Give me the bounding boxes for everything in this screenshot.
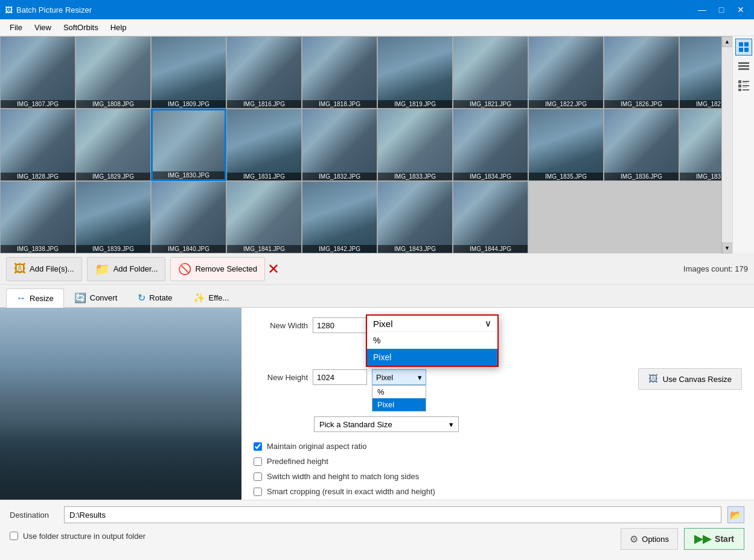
add-folder-button[interactable]: 📁 Add Folder...	[87, 257, 166, 281]
predefined-height-checkbox[interactable]	[254, 457, 262, 466]
canvas-resize-button[interactable]: 🖼 Use Canvas Resize	[638, 368, 742, 390]
destination-row: Destination 📂	[10, 506, 744, 523]
list-item[interactable]: IMG_1837.JPG	[679, 109, 721, 181]
image-grid: IMG_1807.JPG IMG_1808.JPG IMG_1809.JPG I…	[0, 36, 721, 253]
thumbnail	[378, 37, 452, 108]
list-item[interactable]: IMG_1828.JPG	[0, 109, 75, 181]
predefined-height-label[interactable]: Predefined height	[267, 457, 328, 466]
thumbnail	[152, 182, 226, 253]
scroll-down-button[interactable]: ▼	[722, 243, 733, 253]
new-height-input[interactable]	[313, 369, 367, 385]
tab-effects[interactable]: ✨ Effe...	[183, 288, 240, 307]
list-item[interactable]: IMG_1821.JPG	[453, 36, 528, 109]
menu-file[interactable]: File	[4, 21, 28, 34]
toolbar: 🖼 Add File(s)... 📁 Add Folder... 🚫 Remov…	[0, 253, 754, 285]
aspect-ratio-checkbox[interactable]	[254, 442, 262, 451]
height-pixel-option[interactable]: Pixel	[372, 398, 426, 411]
tab-resize[interactable]: ↔ Resize	[6, 288, 64, 308]
bottom-buttons: ⚙ Options ▶▶ Start	[621, 528, 744, 550]
menu-bar: File View SoftOrbits Help	[0, 19, 754, 36]
image-filename: IMG_1831.JPG	[227, 173, 301, 180]
list-item[interactable]: IMG_1840.JPG	[151, 181, 226, 253]
svg-rect-14	[743, 89, 749, 91]
destination-input[interactable]	[64, 506, 721, 523]
smart-crop-label[interactable]: Smart cropping (result in exact width an…	[267, 487, 435, 496]
use-folder-structure-checkbox[interactable]	[10, 532, 18, 540]
list-item[interactable]: IMG_1830.JPG	[151, 109, 226, 181]
svg-rect-6	[738, 68, 749, 70]
list-item[interactable]: IMG_1827.JPG	[679, 36, 721, 109]
minimize-button[interactable]: —	[694, 1, 711, 18]
dropdown-header[interactable]: Pixel ∨	[367, 316, 497, 332]
list-item[interactable]: IMG_1829.JPG	[75, 109, 151, 181]
maximize-button[interactable]: □	[713, 1, 730, 18]
image-filename: IMG_1807.JPG	[1, 100, 75, 108]
image-filename: IMG_1830.JPG	[153, 171, 225, 179]
image-filename: IMG_1833.JPG	[378, 173, 452, 180]
height-percent-option[interactable]: %	[372, 386, 426, 398]
dropdown-item-pixel[interactable]: Pixel	[367, 349, 497, 366]
menu-softorbits[interactable]: SoftOrbits	[57, 21, 104, 34]
close-button[interactable]: ✕	[732, 1, 749, 18]
list-item[interactable]: IMG_1844.JPG	[453, 181, 528, 253]
aspect-ratio-label[interactable]: Maintain original aspect ratio	[267, 442, 366, 451]
switch-dimensions-label[interactable]: Switch width and height to match long si…	[267, 472, 419, 481]
list-item[interactable]: IMG_1809.JPG	[151, 36, 226, 109]
list-item[interactable]: IMG_1833.JPG	[377, 109, 453, 181]
dropdown-chevron-icon: ∨	[485, 318, 491, 329]
menu-view[interactable]: View	[28, 21, 57, 34]
list-item[interactable]: IMG_1835.JPG	[528, 109, 604, 181]
list-item[interactable]: IMG_1832.JPG	[302, 109, 377, 181]
start-button[interactable]: ▶▶ Start	[684, 528, 744, 550]
list-item[interactable]: IMG_1834.JPG	[453, 109, 528, 181]
dropdown-item-percent[interactable]: %	[367, 332, 497, 349]
image-filename: IMG_1841.JPG	[227, 245, 301, 253]
tab-convert[interactable]: 🔄 Convert	[64, 288, 128, 307]
standard-size-label: Pick a Standard Size	[319, 420, 392, 429]
list-item[interactable]: IMG_1836.JPG	[604, 109, 679, 181]
start-label: Start	[715, 534, 734, 544]
image-filename: IMG_1828.JPG	[1, 173, 75, 180]
list-item[interactable]: IMG_1818.JPG	[302, 36, 377, 109]
list-item[interactable]: IMG_1838.JPG	[0, 181, 75, 253]
list-item[interactable]: IMG_1839.JPG	[75, 181, 151, 253]
destination-browse-button[interactable]: 📂	[727, 506, 744, 523]
options-button[interactable]: ⚙ Options	[621, 528, 678, 550]
list-item[interactable]: IMG_1819.JPG	[377, 36, 453, 109]
scroll-up-button[interactable]: ▲	[722, 36, 733, 47]
height-unit-select[interactable]: Pixel ▾	[372, 369, 426, 385]
list-item[interactable]: IMG_1841.JPG	[226, 181, 302, 253]
bottom-bar: Destination 📂 Use folder structure in ou…	[0, 500, 754, 560]
list-view-button[interactable]	[735, 58, 752, 75]
app-title: Batch Picture Resizer	[16, 5, 92, 14]
standard-size-dropdown[interactable]: Pick a Standard Size ▾	[314, 416, 459, 432]
use-folder-structure-label[interactable]: Use folder structure in output folder	[23, 532, 145, 541]
list-item[interactable]: IMG_1842.JPG	[302, 181, 377, 253]
list-item[interactable]: IMG_1843.JPG	[377, 181, 453, 253]
width-unit-dropdown: Pixel ▾ Pixel ∨ % Pixel	[372, 317, 426, 333]
menu-help[interactable]: Help	[104, 21, 133, 34]
height-unit-mini-dropdown: % Pixel	[372, 385, 426, 412]
tab-rotate[interactable]: ↻ Rotate	[127, 288, 182, 307]
checkbox-aspect-ratio: Maintain original aspect ratio	[254, 442, 742, 451]
image-filename: IMG_1840.JPG	[152, 245, 226, 253]
browse-icon: 📂	[730, 509, 742, 521]
scroll-track[interactable]	[722, 47, 732, 243]
thumbnail	[152, 37, 226, 108]
checkbox-switch-dimensions: Switch width and height to match long si…	[254, 472, 742, 481]
smart-crop-checkbox[interactable]	[254, 488, 262, 496]
list-item[interactable]: IMG_1807.JPG	[0, 36, 75, 109]
list-item[interactable]: IMG_1826.JPG	[604, 36, 679, 109]
add-files-button[interactable]: 🖼 Add File(s)...	[6, 257, 82, 281]
list-item[interactable]: IMG_1822.JPG	[528, 36, 604, 109]
detail-view-button[interactable]	[735, 77, 752, 94]
switch-dimensions-checkbox[interactable]	[254, 472, 262, 481]
list-item[interactable]: IMG_1831.JPG	[226, 109, 302, 181]
grid-view-button[interactable]	[735, 39, 752, 56]
checkbox-predefined-height: Predefined height	[254, 457, 742, 466]
list-item[interactable]: IMG_1816.JPG	[226, 36, 302, 109]
list-item[interactable]: IMG_1808.JPG	[75, 36, 151, 109]
remove-selected-button[interactable]: 🚫 Remove Selected	[170, 257, 265, 281]
new-width-input[interactable]	[313, 317, 367, 333]
svg-rect-0	[739, 42, 743, 46]
